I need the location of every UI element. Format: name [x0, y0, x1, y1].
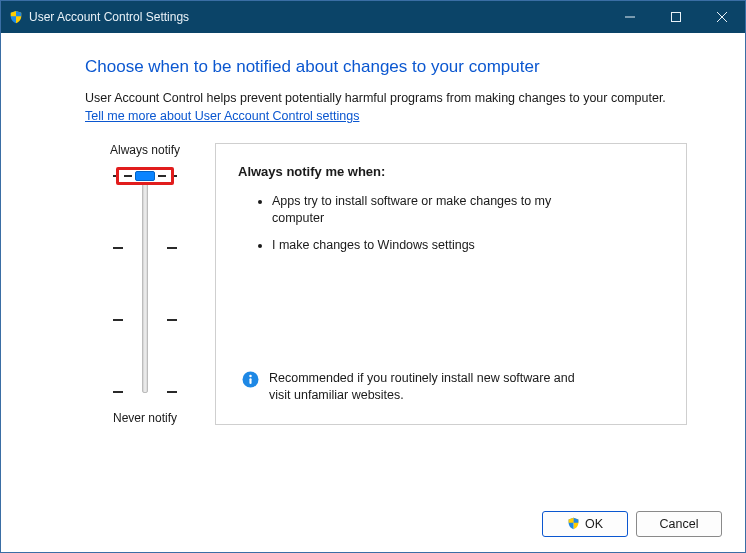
learn-more-link[interactable]: Tell me more about User Account Control … — [85, 109, 359, 123]
page-description: User Account Control helps prevent poten… — [85, 91, 687, 105]
svg-rect-1 — [672, 13, 681, 22]
slider-thumb-highlight — [116, 167, 174, 185]
slider-rail — [142, 175, 148, 393]
slider-label-top: Always notify — [110, 143, 180, 157]
shield-icon — [567, 517, 581, 531]
svg-point-5 — [249, 375, 252, 378]
shield-icon — [9, 10, 23, 24]
content-area: Choose when to be notified about changes… — [1, 33, 745, 425]
panel-bullet: Apps try to install software or make cha… — [272, 193, 592, 227]
minimize-button[interactable] — [607, 1, 653, 33]
cancel-button-label: Cancel — [660, 517, 699, 531]
close-button[interactable] — [699, 1, 745, 33]
window-title: User Account Control Settings — [29, 10, 189, 24]
slider-tick — [113, 391, 177, 393]
recommendation-row: Recommended if you routinely install new… — [238, 370, 664, 404]
notify-slider-column: Always notify Never notify — [85, 143, 205, 425]
cancel-button[interactable]: Cancel — [636, 511, 722, 537]
info-panel: Always notify me when: Apps try to insta… — [215, 143, 687, 425]
panel-bullet: I make changes to Windows settings — [272, 237, 592, 254]
slider-thumb[interactable] — [135, 171, 155, 181]
slider-label-bottom: Never notify — [113, 411, 177, 425]
panel-title: Always notify me when: — [238, 164, 664, 179]
panel-bullets: Apps try to install software or make cha… — [238, 193, 664, 264]
recommendation-text: Recommended if you routinely install new… — [269, 370, 589, 404]
titlebar: User Account Control Settings — [1, 1, 745, 33]
info-icon — [242, 371, 259, 388]
slider-tick — [113, 247, 177, 249]
page-heading: Choose when to be notified about changes… — [85, 57, 687, 77]
notify-slider[interactable] — [113, 169, 177, 399]
maximize-button[interactable] — [653, 1, 699, 33]
footer-buttons: OK Cancel — [542, 511, 722, 537]
slider-tick — [113, 319, 177, 321]
ok-button[interactable]: OK — [542, 511, 628, 537]
svg-rect-6 — [249, 378, 251, 384]
ok-button-label: OK — [585, 517, 603, 531]
